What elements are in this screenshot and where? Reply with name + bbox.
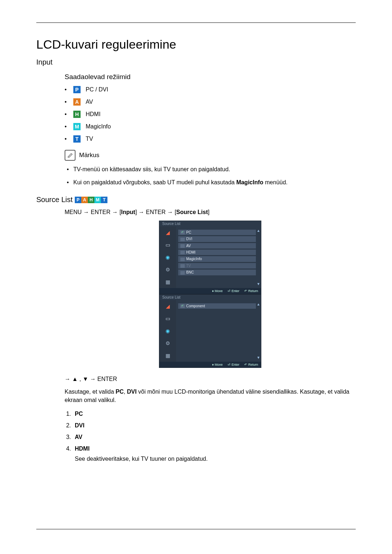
a-icon: A (73, 98, 81, 106)
arrow-icon: → (83, 209, 89, 215)
osd-item-tv: TV (178, 263, 256, 268)
osd-side-icon: ◢ (164, 302, 172, 310)
osd-item-label: Component (186, 304, 205, 308)
menu-path-enter: ENTER (91, 209, 110, 215)
osd-footer-return-label: Return (248, 363, 258, 366)
osd-item-label: PC (186, 230, 191, 234)
osd-title: Source List (159, 221, 261, 226)
page: LCD-kuvari reguleerimine Input Saadaolev… (0, 0, 392, 554)
scroll-up-icon: ▲ (257, 302, 260, 306)
t-icon: T (73, 135, 81, 143)
osd-item-magicinfo: MagicInfo (178, 256, 256, 262)
source-list-heading: Source List P A H M T (36, 196, 356, 204)
p-icon: P (73, 86, 81, 93)
arrow-icon: → (167, 209, 173, 215)
t-icon: T (101, 197, 107, 203)
osd-footer-return-label: Return (248, 289, 258, 293)
desc-text: Kasutage, et valida (65, 389, 116, 395)
mode-label: HDMI (86, 111, 101, 118)
list-item-desc: See deaktiveeritakse, kui TV tuuner on p… (75, 456, 356, 462)
mode-item-pc-dvi: P PC / DVI (65, 86, 356, 93)
m-icon: M (94, 197, 101, 203)
list-item-label: AV (75, 434, 82, 440)
mode-item-tv: T TV (65, 135, 356, 143)
note-label: Märkus (79, 152, 99, 159)
desc-dvi: DVI (127, 389, 137, 395)
osd-footer: ♦ Move ⏎ Enter ↶ Return (159, 288, 261, 294)
osd-footer-return: ↶ Return (244, 289, 258, 293)
mode-item-magicinfo: M MagicInfo (65, 123, 356, 130)
page-title: LCD-kuvari reguleerimine (36, 37, 356, 52)
notes-list: TV-menüü on kättesaadav siis, kui TV tuu… (65, 165, 356, 187)
scroll-down-icon: ▼ (257, 356, 260, 360)
modes-heading: Saadaolevad režiimid (65, 73, 356, 81)
osd-scrollbar: ▲ ▼ (257, 302, 260, 360)
source-list-block: MENU → ENTER → [Input] → ENTER → [Source… (65, 209, 356, 462)
list-item-label: PC (75, 411, 83, 417)
mode-item-av: A AV (65, 98, 356, 106)
osd-list: Component ▲ ▼ (176, 300, 261, 362)
osd-side-icon: ▭ (164, 315, 172, 323)
osd-item-label: BNC (186, 270, 194, 274)
osd-item-bnc: BNC (178, 270, 256, 275)
scroll-down-icon: ▼ (257, 282, 260, 286)
note-row: Märkus (65, 150, 356, 161)
osd-item-label: TV (186, 264, 191, 268)
note-text: Kui on paigaldatud võrguboks, saab UT mu… (73, 179, 287, 185)
osd-body: ◢ ▭ ◉ ⚙ ▦ PC DVI AV HDMI MagicInfo TV BN… (159, 226, 261, 288)
osd-item-label: HDMI (186, 250, 196, 254)
osd-item-label: DVI (186, 237, 192, 241)
osd-footer-enter-label: Enter (232, 289, 240, 293)
osd-screenshots: Source List ◢ ▭ ◉ ⚙ ▦ PC DVI AV HDMI M (65, 221, 356, 368)
arrow-icon: → (139, 209, 144, 215)
osd-item-pc: PC (178, 230, 256, 235)
osd-footer-move-label: Move (215, 363, 222, 366)
osd-side-icon: ◉ (164, 327, 172, 335)
list-item-label: DVI (75, 422, 85, 428)
mode-label: TV (86, 136, 93, 142)
note-icon (65, 150, 75, 161)
osd-footer-move-label: Move (215, 289, 222, 293)
list-item: DVI (73, 422, 356, 429)
content-block: Saadaolevad režiimid P PC / DVI A AV H H… (65, 73, 356, 187)
osd-footer-move: ♦ Move (212, 363, 222, 366)
osd-footer-enter: ⏎ Enter (228, 289, 239, 293)
nav-instruction: → ▲ , ▼ → ENTER (65, 376, 356, 382)
osd-footer: ♦ Move ⏎ Enter ↶ Return (159, 362, 261, 368)
desc-pc: PC (116, 389, 124, 395)
osd-body: ◢ ▭ ◉ ⚙ ▦ Component ▲ ▼ (159, 300, 261, 362)
rule-top (36, 22, 356, 23)
note-item: TV-menüü on kättesaadav siis, kui TV tuu… (65, 165, 356, 174)
menu-path-enter: ENTER (146, 209, 166, 215)
a-icon: A (81, 197, 88, 203)
osd-panel-1: Source List ◢ ▭ ◉ ⚙ ▦ PC DVI AV HDMI M (159, 221, 261, 294)
list-item: PC (73, 411, 356, 417)
osd-footer-enter-label: Enter (232, 363, 240, 366)
m-icon: M (73, 123, 81, 130)
h-icon: H (88, 197, 94, 203)
osd-footer-enter: ⏎ Enter (228, 363, 239, 366)
osd-scrollbar: ▲ ▼ (257, 229, 260, 286)
osd-item-av: AV (178, 243, 256, 249)
osd-item-label: MagicInfo (186, 257, 202, 261)
mode-label: MagicInfo (86, 123, 111, 130)
osd-side-icon: ◢ (164, 229, 172, 237)
p-icon: P (75, 197, 81, 203)
osd-footer-return: ↶ Return (244, 363, 258, 366)
osd-panel-2: Source List ◢ ▭ ◉ ⚙ ▦ Component ▲ ▼ (159, 294, 261, 368)
description-paragraph: Kasutage, et valida PC, DVI või mõni muu… (65, 387, 356, 404)
osd-sidebar: ◢ ▭ ◉ ⚙ ▦ (159, 226, 176, 288)
osd-side-icon: ⚙ (164, 339, 172, 347)
mode-label: PC / DVI (86, 86, 108, 93)
menu-path: MENU → ENTER → [Input] → ENTER → [Source… (65, 209, 356, 216)
osd-item-hdmi: HDMI (178, 250, 256, 255)
osd-title: Source List (159, 295, 261, 300)
menu-path-input: Input (121, 209, 135, 215)
menu-path-menu: MENU (65, 209, 82, 215)
osd-item-label: AV (186, 244, 191, 248)
osd-item-component: Component (178, 303, 256, 309)
osd-side-icon: ▦ (164, 352, 172, 360)
osd-side-icon: ▭ (164, 241, 172, 249)
mode-label: AV (86, 99, 93, 105)
source-numbered-list: PC DVI AV HDMI See deaktiveeritakse, kui… (65, 411, 356, 462)
